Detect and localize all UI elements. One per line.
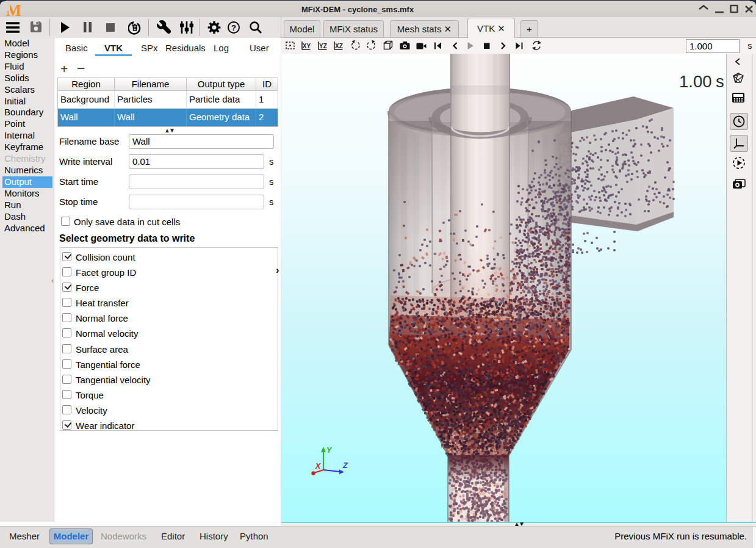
svg-text:XY: XY <box>303 43 311 49</box>
svg-text:XZ: XZ <box>335 43 343 49</box>
svg-text:Z: Z <box>342 461 348 470</box>
svg-text:YZ: YZ <box>319 43 327 49</box>
svg-text:X: X <box>315 462 321 470</box>
svg-text:1.00: 1.00 <box>679 72 712 91</box>
svg-text:?: ? <box>231 23 236 32</box>
svg-text:s: s <box>716 72 724 91</box>
